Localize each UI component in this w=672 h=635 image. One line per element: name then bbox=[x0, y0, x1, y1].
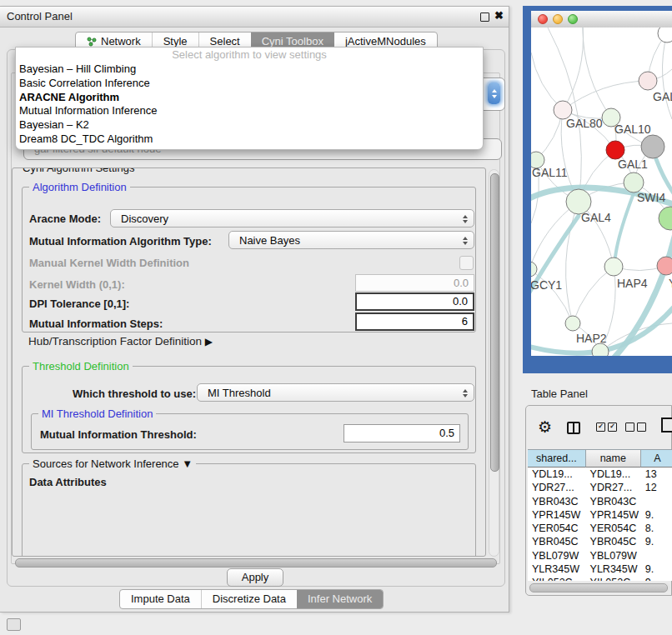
table-cell bbox=[641, 495, 672, 508]
table-cell: YDL19... bbox=[586, 468, 641, 481]
algorithm-option[interactable]: Mutual Information Inference bbox=[16, 104, 483, 118]
algorithm-option[interactable]: Dream8 DC_TDC Algorithm bbox=[16, 132, 483, 147]
table-row[interactable]: YBL079WYBL079W bbox=[528, 549, 672, 562]
column-header-name[interactable]: name bbox=[586, 449, 641, 468]
expander-right-icon[interactable]: ▶ bbox=[205, 336, 213, 348]
combo-stepper-icon bbox=[460, 235, 469, 247]
column-header-shared...[interactable]: shared... bbox=[528, 449, 586, 468]
network-node-hap4[interactable] bbox=[604, 258, 623, 276]
mi-steps-field[interactable]: 6 bbox=[355, 312, 474, 331]
mi-steps-value: 6 bbox=[462, 315, 468, 328]
cyni-mode-tabbar: Impute DataDiscretize DataInfer Network bbox=[119, 589, 384, 609]
network-node-gal1[interactable] bbox=[606, 141, 624, 159]
settings-vertical-scrollbar[interactable] bbox=[489, 169, 499, 557]
network-edge[interactable] bbox=[573, 267, 614, 323]
select-all-columns-icon[interactable]: ✓ ✓ bbox=[596, 422, 617, 432]
column-header-A[interactable]: A bbox=[641, 449, 672, 468]
algorithm-option[interactable]: Basic Correlation Inference bbox=[16, 77, 483, 91]
aracne-mode-label: Aracne Mode: bbox=[29, 212, 101, 225]
network-node-gal[interactable] bbox=[639, 72, 657, 90]
close-icon[interactable]: ✖ bbox=[494, 9, 504, 22]
minimize-traffic-icon[interactable] bbox=[553, 14, 563, 24]
horizontal-scrollbar-thumb[interactable] bbox=[15, 558, 497, 568]
table-cell: YBR043C bbox=[528, 495, 586, 508]
aracne-mode-value: Discovery bbox=[121, 212, 168, 225]
algorithm-option[interactable]: Bayesian – Hill Climbing bbox=[16, 62, 483, 77]
columns-icon[interactable] bbox=[567, 422, 580, 434]
mi-threshold-definition-title: MI Threshold Definition bbox=[38, 408, 156, 420]
apply-button[interactable]: Apply bbox=[227, 568, 283, 587]
network-node-swi4[interactable] bbox=[624, 172, 644, 192]
network-view-frame[interactable]: GALGAL80GAL10GAL1GAL11SWI4GAL4GCY1HAP4YH… bbox=[523, 6, 672, 373]
mi-steps-label: Mutual Information Steps: bbox=[29, 318, 163, 330]
network-edge[interactable] bbox=[531, 52, 563, 110]
table-row[interactable]: YDR27...YDR27...12 bbox=[528, 481, 672, 494]
tab-label: Discretize Data bbox=[213, 590, 286, 608]
sources-group-title[interactable]: Sources for Network Inference ▼ bbox=[29, 458, 196, 470]
table-row[interactable]: YBR045CYBR045C9. bbox=[528, 535, 672, 548]
network-node[interactable] bbox=[658, 28, 672, 42]
unchecked-box-icon bbox=[637, 422, 646, 432]
combo-stepper-icon[interactable] bbox=[488, 82, 500, 104]
collapsed-panel-icon[interactable] bbox=[7, 618, 21, 631]
table-cell: YDL19... bbox=[528, 468, 586, 481]
table-row[interactable]: YPR145WYPR145W9. bbox=[528, 508, 672, 522]
document-icon[interactable] bbox=[661, 418, 672, 432]
close-traffic-icon[interactable] bbox=[538, 14, 548, 24]
panel-title: Control Panel bbox=[7, 10, 73, 22]
network-edge[interactable] bbox=[662, 33, 672, 119]
gear-icon[interactable]: ⚙ bbox=[538, 419, 552, 435]
table-cell: 12 bbox=[641, 481, 672, 494]
mi-threshold-field[interactable]: 0.5 bbox=[344, 424, 460, 442]
network-canvas[interactable]: GALGAL80GAL10GAL1GAL11SWI4GAL4GCY1HAP4YH… bbox=[531, 28, 672, 356]
dpi-tolerance-field[interactable]: 0.0 bbox=[355, 292, 474, 311]
tab-discretize-data[interactable]: Discretize Data bbox=[201, 590, 297, 608]
network-window-titlebar[interactable] bbox=[531, 11, 672, 28]
table-row[interactable]: YLR345WYLR345W9. bbox=[528, 562, 672, 576]
network-edge[interactable] bbox=[583, 28, 611, 118]
table-cell: YDR27... bbox=[528, 481, 586, 494]
hub-definition-expander[interactable]: Hub/Transcription Factor Definition ▶ bbox=[28, 335, 213, 348]
float-panel-icon[interactable] bbox=[480, 12, 489, 22]
network-graph[interactable]: GALGAL80GAL10GAL1GAL11SWI4GAL4GCY1HAP4YH… bbox=[531, 28, 672, 356]
network-edge-highlighted[interactable] bbox=[615, 193, 634, 257]
kernel-width-field[interactable]: 0.0 bbox=[355, 274, 474, 292]
table-scrollbar-thumb[interactable] bbox=[529, 583, 668, 592]
mi-algorithm-type-combo[interactable]: Naive Bayes bbox=[228, 231, 474, 249]
network-node[interactable] bbox=[659, 207, 672, 230]
table-row[interactable]: YDL19...YDL19...13 bbox=[528, 468, 672, 481]
table-row[interactable]: YBR043CYBR043C bbox=[528, 495, 672, 508]
expander-down-icon[interactable]: ▼ bbox=[182, 458, 193, 470]
network-node-gcy1[interactable] bbox=[531, 262, 537, 277]
sources-group: Sources for Network Inference ▼ Data Att… bbox=[22, 463, 476, 557]
kernel-width-label: Kernel Width (0,1): bbox=[29, 278, 125, 291]
table-row[interactable]: YIL052CYIL052C9 bbox=[528, 576, 672, 581]
aracne-mode-combo[interactable]: Discovery bbox=[110, 209, 474, 228]
table-cell: YBL079W bbox=[528, 549, 586, 562]
table-header-row: shared...nameA bbox=[528, 449, 672, 468]
network-node[interactable] bbox=[592, 343, 609, 356]
which-threshold-combo[interactable]: MI Threshold bbox=[197, 383, 474, 402]
table-cell: YDR27... bbox=[586, 481, 641, 494]
table-cell: YPR145W bbox=[528, 508, 586, 522]
table-row[interactable]: YER054CYER054C8. bbox=[528, 522, 672, 535]
deselect-all-columns-icon[interactable] bbox=[625, 422, 646, 432]
tab-impute-data[interactable]: Impute Data bbox=[120, 590, 201, 608]
vertical-scrollbar-thumb[interactable] bbox=[490, 173, 499, 472]
network-node-y[interactable] bbox=[657, 257, 672, 275]
algorithm-list: Bayesian – Hill ClimbingBasic Correlatio… bbox=[16, 62, 483, 147]
algorithm-option[interactable]: Bayesian – K2 bbox=[16, 118, 483, 132]
zoom-traffic-icon[interactable] bbox=[568, 14, 578, 24]
table-panel-title: Table Panel bbox=[531, 388, 588, 400]
table-cell: YBR045C bbox=[528, 535, 586, 548]
control-panel-titlebar[interactable]: Control Panel ✖ bbox=[0, 7, 509, 28]
manual-kernel-checkbox[interactable] bbox=[459, 256, 474, 270]
table-horizontal-scrollbar[interactable] bbox=[529, 582, 670, 592]
network-node[interactable] bbox=[641, 135, 664, 158]
settings-horizontal-scrollbar[interactable] bbox=[13, 558, 499, 568]
network-node-hap2[interactable] bbox=[565, 316, 580, 331]
network-icon bbox=[87, 37, 97, 47]
algorithm-option[interactable]: ARACNE Algorithm bbox=[16, 91, 483, 105]
tab-infer-network[interactable]: Infer Network bbox=[297, 590, 383, 608]
tab-label: Impute Data bbox=[131, 590, 190, 608]
